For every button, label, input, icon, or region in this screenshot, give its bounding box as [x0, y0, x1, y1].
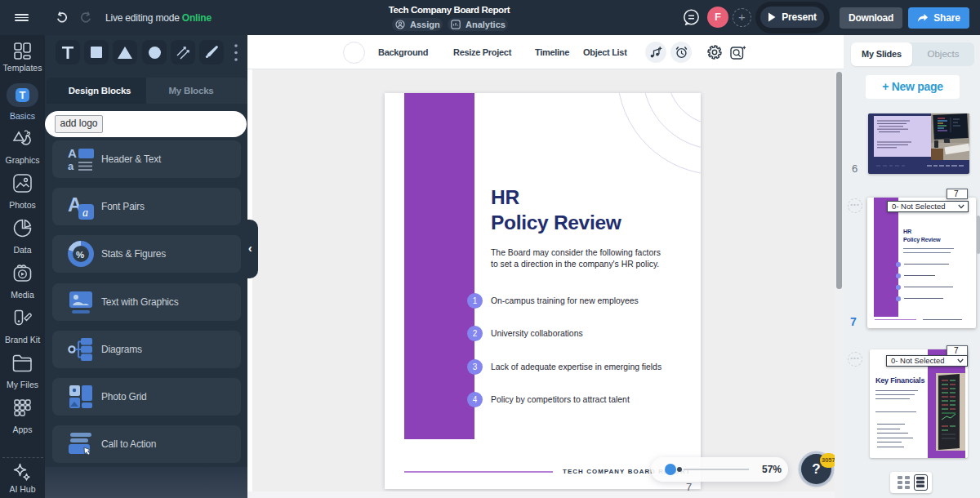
- svg-text:A: A: [68, 146, 77, 160]
- svg-text:a: a: [68, 160, 74, 172]
- svg-text:%: %: [76, 250, 84, 260]
- svg-text:a: a: [82, 207, 88, 219]
